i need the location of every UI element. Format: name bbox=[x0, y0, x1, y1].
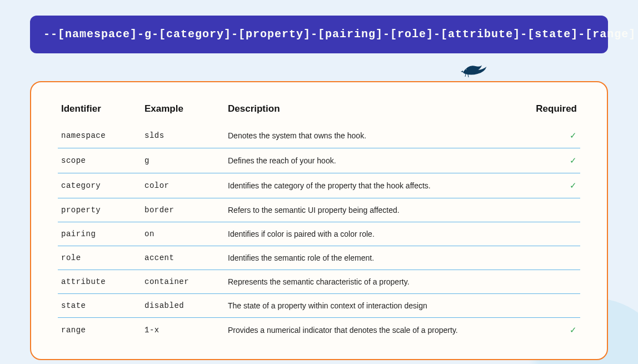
column-header-required: Required bbox=[530, 99, 580, 123]
table-header-row: Identifier Example Description Required bbox=[58, 99, 580, 123]
cell-example: disabled bbox=[141, 294, 225, 318]
checkmark-icon: ✓ bbox=[570, 156, 577, 165]
column-header-identifier: Identifier bbox=[58, 99, 141, 123]
cell-identifier: attribute bbox=[58, 270, 141, 294]
checkmark-icon: ✓ bbox=[570, 181, 577, 190]
cell-example: color bbox=[141, 173, 225, 198]
cell-identifier: category bbox=[58, 173, 141, 198]
checkmark-icon: ✓ bbox=[570, 131, 577, 140]
cell-required bbox=[530, 222, 580, 246]
cell-required bbox=[530, 198, 580, 222]
cell-description: Defines the reach of your hook. bbox=[225, 148, 530, 173]
cell-description: Denotes the system that owns the hook. bbox=[225, 123, 530, 148]
syntax-banner: --[namespace]-g-[category]-[property]-[p… bbox=[30, 16, 608, 53]
cell-required: ✓ bbox=[530, 318, 580, 343]
table-row: roleaccentIdentifies the semantic role o… bbox=[58, 246, 580, 270]
cell-example: g bbox=[141, 148, 225, 173]
cell-required: ✓ bbox=[530, 123, 580, 148]
cell-description: Identifies the semantic role of the elem… bbox=[225, 246, 530, 270]
cell-description: Represents the semantic characteristic o… bbox=[225, 270, 530, 294]
cell-example: on bbox=[141, 222, 225, 246]
cell-required: ✓ bbox=[530, 173, 580, 198]
cell-example: slds bbox=[141, 123, 225, 148]
cell-description: The state of a property within context o… bbox=[225, 294, 530, 318]
cell-required bbox=[530, 294, 580, 318]
cell-identifier: property bbox=[58, 198, 141, 222]
syntax-text: --[namespace]-g-[category]-[property]-[p… bbox=[43, 28, 636, 41]
cell-example: 1-x bbox=[141, 318, 225, 343]
cell-description: Provides a numerical indicator that deno… bbox=[225, 318, 530, 343]
cell-identifier: namespace bbox=[58, 123, 141, 148]
cell-example: border bbox=[141, 198, 225, 222]
table-row: range1-xProvides a numerical indicator t… bbox=[58, 318, 580, 343]
checkmark-icon: ✓ bbox=[570, 325, 577, 335]
table-row: propertyborderRefers to the semantic UI … bbox=[58, 198, 580, 222]
table-row: categorycolorIdentifies the category of … bbox=[58, 173, 580, 198]
cell-description: Identifies the category of the property … bbox=[225, 173, 530, 198]
svg-point-0 bbox=[466, 69, 466, 69]
table-row: namespacesldsDenotes the system that own… bbox=[58, 123, 580, 148]
cell-description: Identifies if color is paired with a col… bbox=[225, 222, 530, 246]
cell-identifier: role bbox=[58, 246, 141, 270]
cell-example: accent bbox=[141, 246, 225, 270]
cell-description: Refers to the semantic UI property being… bbox=[225, 198, 530, 222]
cell-identifier: pairing bbox=[58, 222, 141, 246]
table-row: pairingonIdentifies if color is paired w… bbox=[58, 222, 580, 246]
cell-identifier: state bbox=[58, 294, 141, 318]
cell-required bbox=[530, 270, 580, 294]
bird-decoration-wrap bbox=[30, 53, 608, 81]
cell-example: container bbox=[141, 270, 225, 294]
column-header-example: Example bbox=[141, 99, 225, 123]
cell-required bbox=[530, 246, 580, 270]
cell-identifier: range bbox=[58, 318, 141, 343]
identifiers-table: Identifier Example Description Required … bbox=[58, 99, 580, 342]
cell-required: ✓ bbox=[530, 148, 580, 173]
identifiers-table-card: Identifier Example Description Required … bbox=[30, 81, 608, 360]
cell-identifier: scope bbox=[58, 148, 141, 173]
table-row: statedisabledThe state of a property wit… bbox=[58, 294, 580, 318]
table-row: attributecontainerRepresents the semanti… bbox=[58, 270, 580, 294]
bird-icon bbox=[460, 61, 489, 78]
column-header-description: Description bbox=[225, 99, 530, 123]
table-row: scopegDefines the reach of your hook.✓ bbox=[58, 148, 580, 173]
